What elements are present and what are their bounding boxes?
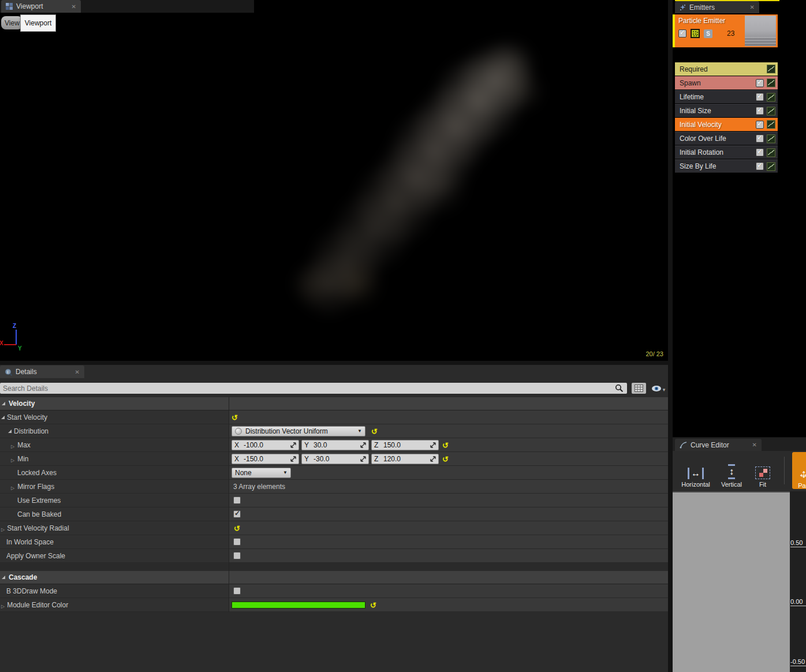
tab-viewport[interactable]: Viewport [1,0,81,13]
can-be-baked-checkbox[interactable] [233,510,241,518]
row-start-velocity[interactable]: Start Velocity [0,410,668,424]
module-row-required[interactable]: Required [675,62,778,76]
row-min[interactable]: Min X-150.0 Y-30.0 Z120.0 [0,452,668,466]
row-start-velocity-radial[interactable]: Start Velocity Radial [0,521,668,535]
drag-value-icon[interactable] [430,442,436,448]
module-graph-icon[interactable] [767,107,775,115]
module-enabled-checkbox[interactable] [756,148,764,156]
module-row-spawn[interactable]: Spawn [675,76,778,89]
search-details-field[interactable] [0,383,627,394]
locked-axes-dropdown[interactable]: None [232,468,291,478]
close-icon[interactable] [752,442,757,448]
reset-to-default-icon[interactable] [442,454,449,464]
expander-closed-icon[interactable] [11,440,14,450]
max-z-field[interactable]: Z150.0 [371,440,439,450]
max-y-field[interactable]: Y30.0 [301,440,369,450]
module-graph-icon[interactable] [767,135,775,143]
pan-mode-button[interactable]: Pan [792,452,806,489]
row-apply-owner-scale[interactable]: Apply Owner Scale [0,549,668,563]
horizontal-fit-button[interactable]: Horizontal [677,453,714,488]
tab-details[interactable]: i Details [0,365,84,378]
row-b3ddraw-mode[interactable]: B 3DDraw Mode [0,584,668,598]
module-enabled-checkbox[interactable] [756,93,764,101]
row-use-extremes[interactable]: Use Extremes [0,494,668,507]
details-column-divider[interactable] [229,397,229,612]
section-cascade[interactable]: Cascade [0,571,668,584]
emitter-enabled-checkbox[interactable] [678,29,686,38]
module-enabled-checkbox[interactable] [756,79,764,87]
row-in-world-space[interactable]: In World Space [0,535,668,549]
max-x-field[interactable]: X-100.0 [232,440,299,450]
drag-value-icon[interactable] [290,456,296,462]
expander-closed-icon[interactable] [1,600,5,610]
close-icon[interactable] [72,3,76,10]
reset-to-default-icon[interactable] [370,600,376,610]
reset-to-default-icon[interactable] [234,523,240,533]
fit-button[interactable]: Fit [750,453,775,488]
expander-closed-icon[interactable] [11,481,14,492]
row-mirror-flags[interactable]: Mirror Flags 3 Array elements [0,480,668,494]
module-graph-icon[interactable] [767,120,775,129]
solo-badge[interactable]: S [704,29,712,38]
vertical-fit-button[interactable]: Vertical [717,453,747,488]
module-graph-icon[interactable] [767,79,775,87]
close-icon[interactable] [75,369,80,375]
module-enabled-checkbox[interactable] [756,135,764,143]
property-matrix-button[interactable] [632,383,646,394]
use-extremes-checkbox[interactable] [233,496,241,504]
row-distribution[interactable]: Distribution Distribution Vector Uniform [0,424,668,438]
distribution-type-dropdown[interactable]: Distribution Vector Uniform [232,426,365,436]
module-enabled-checkbox[interactable] [756,107,764,115]
min-z-field[interactable]: Z120.0 [371,454,439,464]
drag-value-icon[interactable] [430,456,436,462]
expander-open-icon[interactable] [2,402,5,405]
tab-emitters[interactable]: Emitters [675,1,759,13]
row-module-editor-color[interactable]: Module Editor Color [0,598,668,612]
module-graph-icon[interactable] [767,65,775,73]
expander-open-icon[interactable] [2,576,5,579]
module-editor-color-swatch[interactable] [232,602,365,608]
section-velocity[interactable]: Velocity [0,397,668,410]
module-row-lifetime[interactable]: Lifetime [675,90,778,103]
b3ddraw-mode-checkbox[interactable] [233,587,241,595]
row-locked-axes[interactable]: Locked Axes None [0,466,668,480]
module-label: Color Over Life [680,135,753,143]
module-row-size-by-life[interactable]: Size By Life [675,159,778,173]
expander-open-icon[interactable] [1,416,5,419]
reset-to-default-icon[interactable] [442,440,449,450]
module-enabled-checkbox[interactable] [756,121,764,129]
expander-open-icon[interactable] [8,430,12,433]
module-row-initial-rotation[interactable]: Initial Rotation [675,145,778,159]
min-x-field[interactable]: X-150.0 [232,454,299,464]
emitter-material-thumbnail[interactable] [745,16,776,46]
module-row-color-over-life[interactable]: Color Over Life [675,132,778,145]
row-max[interactable]: Max X-100.0 Y30.0 Z150.0 [0,438,668,452]
curve-track-list[interactable] [673,491,790,672]
module-graph-icon[interactable] [767,148,775,157]
module-row-initial-size[interactable]: Initial Size [675,104,778,117]
drag-value-icon[interactable] [360,456,366,462]
emitter-header-block[interactable]: Particle Emitter S 23 [675,14,778,47]
burst-dots-icon[interactable] [691,29,700,38]
tab-curve-editor[interactable]: Curve Editor [675,439,762,451]
close-icon[interactable] [750,4,755,10]
module-graph-icon[interactable] [767,162,775,171]
viewport-3d-view[interactable]: View Viewport Z Y X 20/ 23 [0,13,668,361]
module-graph-icon[interactable] [767,93,775,102]
min-y-field[interactable]: Y-30.0 [301,454,369,464]
row-can-be-baked[interactable]: Can be Baked [0,507,668,521]
curve-axis-tick: 0.00 [790,598,806,606]
reset-to-default-icon[interactable] [232,412,238,423]
drag-value-icon[interactable] [360,442,366,448]
apply-owner-scale-checkbox[interactable] [233,552,241,559]
view-options-button[interactable] [649,383,667,394]
module-enabled-checkbox[interactable] [756,162,764,170]
expander-closed-icon[interactable] [1,523,5,533]
module-row-initial-velocity[interactable]: Initial Velocity [675,118,778,131]
search-input[interactable] [0,383,627,394]
drag-value-icon[interactable] [290,442,296,448]
in-world-space-checkbox[interactable] [233,538,241,546]
expander-closed-icon[interactable] [11,454,14,464]
view-menu-button[interactable]: View [1,16,23,29]
reset-to-default-icon[interactable] [371,426,378,436]
